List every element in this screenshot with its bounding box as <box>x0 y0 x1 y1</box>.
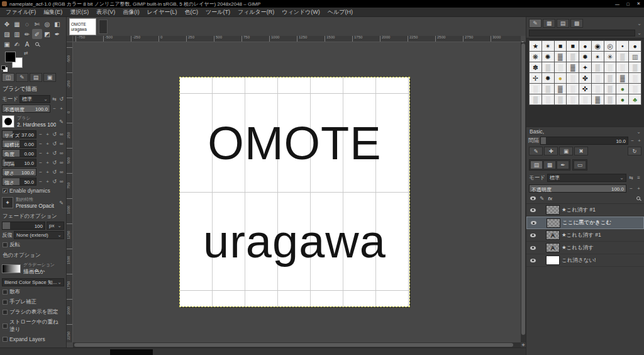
tab-menu-button[interactable] <box>99 20 108 34</box>
dockable-tab[interactable]: ▦ <box>543 161 556 169</box>
angle-slider[interactable]: 角度0.00 <box>2 149 36 157</box>
brush-thumbnail[interactable]: ▓ <box>555 52 567 62</box>
brush-thumbnail[interactable]: ▒ <box>629 62 641 72</box>
visibility-toggle[interactable] <box>529 220 538 226</box>
brush-tag-filter[interactable] <box>529 30 635 37</box>
visibility-toggle[interactable] <box>528 232 537 239</box>
brush-thumbnail[interactable]: ░ <box>567 84 579 94</box>
reset-icon[interactable]: ↺ <box>52 179 57 184</box>
menu-item[interactable]: 画像(I) <box>119 8 143 16</box>
eraser-tool[interactable]: ◩ <box>42 29 52 39</box>
brush-thumbnail[interactable]: ▓ <box>592 94 604 104</box>
menu-item[interactable]: ヘルプ(H) <box>324 8 357 16</box>
delete-brush-button[interactable]: ✖ <box>574 147 588 155</box>
brush-thumbnail[interactable]: ░ <box>579 94 591 104</box>
option-checkbox[interactable]: ストローク中の重ね塗り <box>0 317 66 335</box>
crop-tool[interactable]: ◧ <box>52 19 62 29</box>
paint-mode-select[interactable]: 標準 ⌄ <box>19 95 50 103</box>
brush-thumbnail[interactable]: ▓ <box>567 62 579 72</box>
spacing-slider[interactable]: 間隔10.0 <box>2 159 36 167</box>
refresh-brushes-button[interactable]: ↻ <box>628 147 641 155</box>
brush-thumbnail[interactable]: ░ <box>592 73 604 83</box>
effects-icon[interactable]: fx <box>548 196 552 201</box>
brush-thumbnail[interactable]: ❋ <box>530 52 541 62</box>
zoom-corner[interactable] <box>521 37 525 42</box>
brush-thumbnail[interactable]: ■ <box>567 41 579 51</box>
plus-icon[interactable]: + <box>45 150 50 156</box>
layer-row[interactable]: A★これも消す #1 <box>526 229 644 242</box>
ink-tool[interactable]: ✒ <box>52 29 62 39</box>
close-button[interactable]: ✕ <box>633 1 644 6</box>
gradient-tool[interactable]: ▥ <box>12 29 22 39</box>
brush-thumbnail[interactable]: ░ <box>629 73 641 83</box>
vertical-scrollbar[interactable] <box>521 42 526 342</box>
brush-thumbnail[interactable]: ░ <box>616 62 628 72</box>
clone-tool[interactable]: ▣ <box>2 39 12 49</box>
option-checkbox[interactable]: 散布 <box>0 287 66 297</box>
color-options-section[interactable]: 色のオプション <box>0 250 66 260</box>
minus-icon[interactable]: − <box>38 169 43 175</box>
brush-thumbnail[interactable]: ▓ <box>555 84 567 94</box>
visibility-toggle[interactable] <box>528 207 537 213</box>
brush-thumbnail[interactable]: ● <box>616 84 628 94</box>
brush-thumbnail[interactable]: ✜ <box>579 84 591 94</box>
default-colors-icon[interactable] <box>1 65 6 70</box>
edit-brush-button[interactable]: ✎ <box>529 147 543 155</box>
plus-icon[interactable]: + <box>45 169 50 175</box>
foreground-color-swatch[interactable] <box>5 52 16 62</box>
layer-row[interactable]: A★これも消す <box>526 242 644 254</box>
brush-thumbnail[interactable]: ✺ <box>542 52 554 62</box>
brush-thumbnail[interactable]: ✤ <box>579 73 591 83</box>
plus-icon[interactable]: + <box>58 106 64 111</box>
brush-thumbnail[interactable]: ● <box>579 41 591 51</box>
link-icon[interactable]: ∞ <box>58 179 64 184</box>
brush-thumbnail[interactable]: ● <box>629 41 641 51</box>
bucket-fill-tool[interactable]: ▨ <box>2 29 12 39</box>
visibility-toggle[interactable] <box>528 257 537 264</box>
brush-thumbnail[interactable]: ▒ <box>530 94 541 104</box>
brush-thumbnail[interactable]: ▒ <box>592 62 604 72</box>
eye-icon[interactable] <box>530 196 536 200</box>
brush-thumbnail[interactable]: ░ <box>530 84 541 94</box>
minus-icon[interactable]: − <box>628 186 634 191</box>
blend-color-space-select[interactable]: Blend Color Space 知... ⌄ <box>2 278 64 286</box>
brush-thumbnail[interactable]: ░ <box>567 94 579 104</box>
image-tab[interactable]: OMOTE uragawa <box>69 18 96 35</box>
minimize-button[interactable]: — <box>612 2 623 6</box>
brush-thumbnail[interactable]: ♣ <box>629 94 641 104</box>
link-icon[interactable]: ∞ <box>58 160 64 166</box>
menu-item[interactable]: ファイル(F) <box>2 8 40 16</box>
dynamics-selector[interactable]: ✦ 動的特性 Pressure Opacit ✎ <box>0 195 66 211</box>
reset-icon[interactable]: ↺ <box>52 160 57 166</box>
rect-select-tool[interactable]: ▦ <box>12 19 22 29</box>
menu-item[interactable]: レイヤー(L) <box>143 8 181 16</box>
horizontal-scroll-thumb[interactable] <box>74 343 513 347</box>
layer-row[interactable]: これ消さない! <box>526 254 644 267</box>
plus-icon[interactable]: + <box>45 160 50 166</box>
hardness-slider[interactable]: 硬さ100.0 <box>2 168 36 176</box>
plus-icon[interactable]: + <box>45 132 50 137</box>
tool-options-tab[interactable]: ▤ <box>30 73 42 82</box>
brush-thumbnail[interactable]: ▒ <box>542 84 554 94</box>
brush-thumbnail[interactable]: ◎ <box>604 41 616 51</box>
fade-unit-select[interactable]: px ⌄ <box>47 222 64 230</box>
pencil-tool[interactable]: ✏ <box>22 29 32 39</box>
text-tool[interactable]: A <box>22 39 32 49</box>
opacity-slider[interactable]: 不透明度 100.0 <box>2 104 50 113</box>
brush-thumbnail[interactable]: ▒ <box>542 62 554 72</box>
chevron-down-icon[interactable]: ⌄ <box>637 30 641 36</box>
dockable-tab[interactable]: ✎ <box>529 19 541 28</box>
layer-row[interactable]: ★これ消す #1 <box>526 204 644 217</box>
brush-thumbnail[interactable]: ░ <box>592 84 604 94</box>
scissors-select-tool[interactable]: ✄ <box>32 19 42 29</box>
link-icon[interactable]: ∞ <box>58 150 64 156</box>
gradient-selector[interactable]: グラデーション 描画色か <box>0 260 66 278</box>
plus-icon[interactable]: + <box>45 179 50 184</box>
brush-thumbnail[interactable]: ░ <box>555 62 567 72</box>
minus-icon[interactable]: − <box>38 141 43 147</box>
layer-opacity-slider[interactable]: 不透明度 100.0 <box>529 184 626 193</box>
menu-item[interactable]: 色(C) <box>180 8 202 16</box>
minus-icon[interactable]: − <box>38 160 43 166</box>
minus-icon[interactable]: − <box>52 106 57 111</box>
menu-item[interactable]: 表示(V) <box>92 8 119 16</box>
